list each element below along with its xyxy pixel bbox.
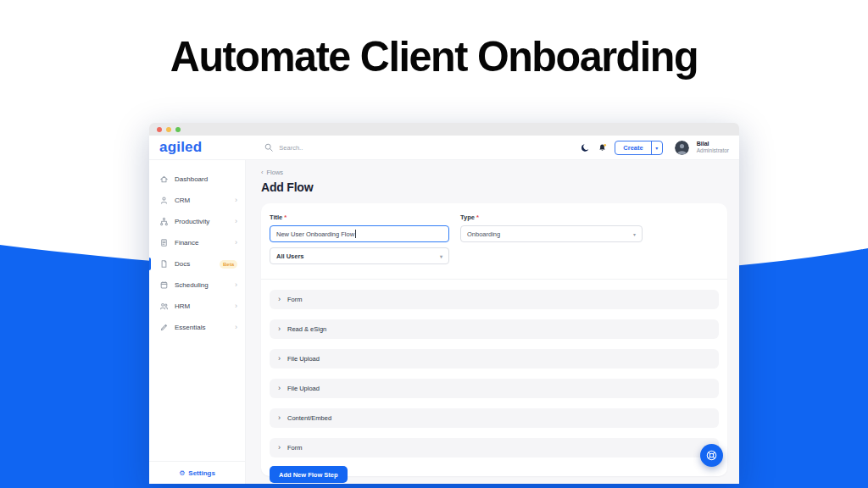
chevron-right-icon: ›: [235, 197, 237, 204]
flow-step-read-esign[interactable]: › Read & eSign: [270, 319, 719, 339]
sidebar-item-crm[interactable]: CRM ›: [149, 190, 245, 211]
search-icon: [264, 143, 273, 152]
flow-step-form-2[interactable]: › Form: [270, 438, 719, 458]
dark-mode-toggle[interactable]: [581, 143, 590, 152]
brand-logo[interactable]: agiled: [159, 139, 202, 156]
gear-icon: ⚙: [179, 469, 185, 477]
settings-label: Settings: [188, 469, 215, 477]
flow-type-select[interactable]: Onboarding ▾: [460, 225, 643, 242]
chevron-right-icon: ›: [235, 281, 237, 289]
notifications-button[interactable]: [598, 143, 607, 152]
sidebar-item-hrm[interactable]: HRM ›: [149, 296, 245, 317]
chevron-right-icon: ›: [278, 385, 281, 392]
back-icon: ‹: [261, 169, 264, 176]
header-actions: Create ▾ Bilal Administrator: [581, 141, 729, 155]
breadcrumb-label: Flows: [267, 169, 284, 176]
sidebar-item-productivity[interactable]: Productivity ›: [149, 211, 245, 232]
flow-step-content-embed[interactable]: › Content/Embed: [270, 408, 719, 428]
page-title: Add Flow: [261, 180, 727, 194]
user-icon: [159, 196, 169, 205]
chevron-right-icon: ›: [278, 325, 281, 333]
section-divider: [261, 279, 727, 280]
caret-down-icon: ▾: [655, 145, 658, 151]
search-input[interactable]: [277, 143, 358, 152]
main-content: ‹ Flows Add Flow Title* New User Onboard…: [246, 160, 739, 484]
chevron-right-icon: ›: [278, 414, 281, 422]
search-box[interactable]: [264, 143, 358, 152]
sidebar: Dashboard CRM › Productivity › Finance ›…: [149, 160, 246, 484]
chevron-right-icon: ›: [235, 324, 237, 331]
flow-step-file-upload-1[interactable]: › File Upload: [270, 349, 719, 369]
caret-down-icon: ▾: [440, 253, 442, 259]
hierarchy-icon: [159, 217, 169, 226]
sidebar-item-docs[interactable]: Docs Beta: [149, 253, 245, 274]
moon-icon: [581, 143, 590, 152]
create-split-button: Create ▾: [615, 141, 662, 155]
close-window-button[interactable]: [157, 127, 162, 132]
minimize-window-button[interactable]: [166, 127, 171, 132]
add-new-flow-step-button[interactable]: Add New Flow Step: [270, 466, 348, 483]
invoice-icon: [159, 238, 169, 247]
document-icon: [159, 259, 169, 269]
user-name: Bilal: [697, 141, 729, 148]
window-titlebar: [149, 123, 739, 136]
people-icon: [159, 302, 169, 311]
sidebar-item-finance[interactable]: Finance ›: [149, 232, 245, 253]
audience-select[interactable]: All Users ▾: [270, 247, 449, 264]
caret-down-icon: ▾: [633, 231, 636, 237]
required-mark: *: [284, 214, 287, 221]
required-mark: *: [476, 214, 479, 221]
flow-step-form-1[interactable]: › Form: [270, 290, 719, 309]
lifebuoy-icon: [705, 449, 718, 462]
flow-title-input[interactable]: New User Onboarding Flow: [270, 225, 449, 242]
chevron-right-icon: ›: [278, 296, 281, 303]
maximize-window-button[interactable]: [175, 127, 181, 132]
user-avatar[interactable]: [675, 141, 689, 155]
bell-icon: [598, 143, 607, 152]
chevron-right-icon: ›: [235, 218, 237, 225]
hero-title: Automate Client Onboarding: [13, 32, 854, 81]
title-field: Title* New User Onboarding Flow: [270, 214, 449, 242]
app-window: agiled Create ▾ Bilal Administrat: [149, 123, 739, 484]
type-field: Type* Onboarding ▾: [460, 214, 643, 242]
sidebar-item-dashboard[interactable]: Dashboard: [149, 169, 245, 190]
user-role: Administrator: [697, 147, 729, 154]
sidebar-item-scheduling[interactable]: Scheduling ›: [149, 274, 245, 296]
title-label: Title*: [270, 214, 449, 221]
help-fab[interactable]: [700, 444, 723, 467]
flow-step-file-upload-2[interactable]: › File Upload: [270, 379, 719, 398]
chevron-right-icon: ›: [278, 355, 281, 363]
pen-icon: [159, 323, 169, 332]
app-header: agiled Create ▾ Bilal Administrat: [149, 136, 739, 160]
text-cursor: [355, 230, 356, 238]
create-button[interactable]: Create: [615, 141, 650, 154]
user-menu[interactable]: Bilal Administrator: [697, 141, 729, 155]
type-label: Type*: [460, 214, 643, 221]
sidebar-item-essentials[interactable]: Essentials ›: [149, 317, 245, 338]
chevron-right-icon: ›: [278, 444, 281, 452]
flow-form-card: Title* New User Onboarding Flow Type* On…: [261, 203, 727, 476]
sidebar-settings-button[interactable]: ⚙ Settings: [149, 461, 245, 484]
beta-badge: Beta: [220, 260, 237, 269]
calendar-icon: [159, 280, 169, 290]
breadcrumb[interactable]: ‹ Flows: [261, 169, 727, 176]
create-dropdown-button[interactable]: ▾: [651, 141, 662, 154]
chevron-right-icon: ›: [235, 302, 237, 310]
home-icon: [159, 175, 169, 184]
chevron-right-icon: ›: [235, 239, 237, 247]
